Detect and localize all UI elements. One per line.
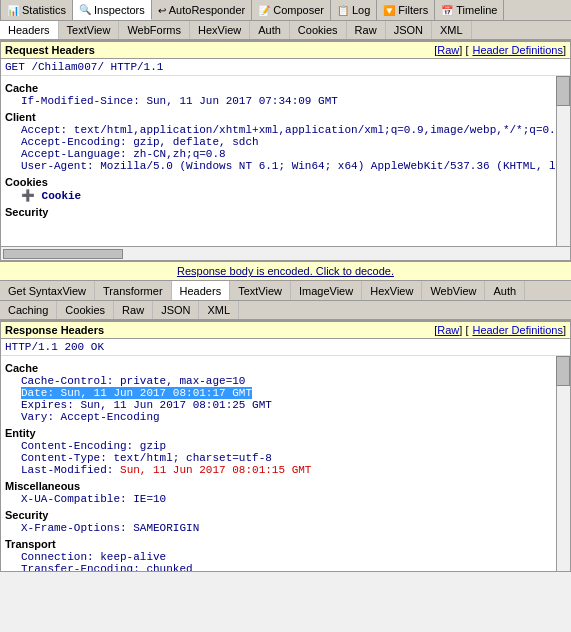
request-hscrollbar[interactable]: [1, 246, 570, 260]
resp-tab-raw[interactable]: Raw: [114, 301, 153, 319]
resp-tab-xml[interactable]: XML: [199, 301, 239, 319]
tab-statistics[interactable]: 📊 Statistics: [0, 0, 73, 20]
response-tab-bar-2: Caching Cookies Raw JSON XML: [0, 301, 571, 321]
accept-encoding-header: Accept-Encoding: gzip, deflate, sdch: [5, 136, 552, 148]
resp-tab-textview[interactable]: TextView: [230, 281, 291, 300]
statistics-icon: 📊: [7, 5, 19, 16]
tab-composer[interactable]: 📝 Composer: [252, 0, 331, 20]
vary-header: Vary: Accept-Encoding: [5, 411, 552, 423]
request-raw-link[interactable]: Raw: [437, 44, 459, 56]
request-section-title: Request Headers: [5, 44, 95, 56]
tab-composer-label: Composer: [273, 4, 324, 16]
tab-cookies[interactable]: Cookies: [290, 21, 347, 39]
cookie-toggle[interactable]: ➕ Cookie: [5, 189, 552, 202]
cache-category: Cache: [5, 82, 552, 94]
transfer-encoding-header: Transfer-Encoding: chunked: [5, 563, 552, 571]
response-section-header: Response Headers [Raw] [Header Definitio…: [1, 322, 570, 339]
resp-security-category: Security: [5, 509, 552, 521]
notification-bar[interactable]: Response body is encoded. Click to decod…: [0, 261, 571, 281]
accept-header: Accept: text/html,application/xhtml+xml,…: [5, 124, 552, 136]
tab-timeline[interactable]: 📅 Timeline: [435, 0, 504, 20]
response-content-area[interactable]: Cache Cache-Control: private, max-age=10…: [1, 356, 570, 571]
last-modified-value: Sun, 11 Jun 2017 08:01:15 GMT: [120, 464, 311, 476]
resp-tab-transformer[interactable]: Transformer: [95, 281, 172, 300]
inspectors-icon: 🔍: [79, 4, 91, 15]
response-scrollbar-thumb[interactable]: [556, 356, 570, 386]
resp-tab-headers[interactable]: Headers: [172, 281, 231, 300]
request-header-defs-link[interactable]: Header Definitions: [472, 44, 563, 56]
tab-inspectors[interactable]: 🔍 Inspectors: [73, 0, 152, 20]
request-scrollbar[interactable]: [556, 76, 570, 246]
expires-header: Expires: Sun, 11 Jun 2017 08:01:25 GMT: [5, 399, 552, 411]
tab-statistics-label: Statistics: [22, 4, 66, 16]
last-modified-header: Last-Modified: Sun, 11 Jun 2017 08:01:15…: [5, 464, 552, 476]
tab-json[interactable]: JSON: [386, 21, 432, 39]
resp-tab-cookies[interactable]: Cookies: [57, 301, 114, 319]
user-agent-header: User-Agent: Mozilla/5.0 (Windows NT 6.1;…: [5, 160, 552, 172]
tab-log-label: Log: [352, 4, 370, 16]
top-tab-bar: 📊 Statistics 🔍 Inspectors ↩ AutoResponde…: [0, 0, 571, 21]
request-header-links: [Raw] [Header Definitions]: [434, 44, 566, 56]
resp-tab-webview[interactable]: WebView: [422, 281, 485, 300]
request-scrollbar-thumb[interactable]: [556, 76, 570, 106]
x-frame-options-header: X-Frame-Options: SAMEORIGIN: [5, 522, 552, 534]
tab-timeline-label: Timeline: [456, 4, 497, 16]
tab-autoresponder-label: AutoResponder: [169, 4, 245, 16]
request-section-header: Request Headers [Raw] [Header Definition…: [1, 42, 570, 59]
resp-tab-json[interactable]: JSON: [153, 301, 199, 319]
response-scrollbar[interactable]: [556, 356, 570, 571]
content-type-header: Content-Type: text/html; charset=utf-8: [5, 452, 552, 464]
resp-tab-hexview[interactable]: HexView: [362, 281, 422, 300]
tab-inspectors-label: Inspectors: [94, 4, 145, 16]
tab-raw[interactable]: Raw: [347, 21, 386, 39]
accept-language-header: Accept-Language: zh-CN,zh;q=0.8: [5, 148, 552, 160]
filters-icon: 🔽: [383, 5, 395, 16]
http-status-line: HTTP/1.1 200 OK: [1, 339, 570, 356]
tab-log[interactable]: 📋 Log: [331, 0, 377, 20]
request-hscrollbar-thumb[interactable]: [3, 249, 123, 259]
response-raw-link[interactable]: Raw: [437, 324, 459, 336]
response-header-defs-link[interactable]: Header Definitions: [472, 324, 563, 336]
x-ua-compatible-header: X-UA-Compatible: IE=10: [5, 493, 552, 505]
response-section-title: Response Headers: [5, 324, 104, 336]
tab-webforms[interactable]: WebForms: [119, 21, 190, 39]
timeline-icon: 📅: [441, 5, 453, 16]
request-headers-panel: Request Headers [Raw] [Header Definition…: [0, 41, 571, 261]
resp-tab-imageview[interactable]: ImageView: [291, 281, 362, 300]
resp-tab-auth[interactable]: Auth: [485, 281, 525, 300]
resp-misc-category: Miscellaneous: [5, 480, 552, 492]
response-header-links: [Raw] [Header Definitions]: [434, 324, 566, 336]
cache-control-header: Cache-Control: private, max-age=10: [5, 375, 552, 387]
request-tab-bar: Headers TextView WebForms HexView Auth C…: [0, 21, 571, 41]
connection-header: Connection: keep-alive: [5, 551, 552, 563]
log-icon: 📋: [337, 5, 349, 16]
autoresponder-icon: ↩: [158, 5, 166, 16]
resp-cache-category: Cache: [5, 362, 552, 374]
tab-autoresponder[interactable]: ↩ AutoResponder: [152, 0, 252, 20]
cookies-category: Cookies: [5, 176, 552, 188]
content-encoding-header: Content-Encoding: gzip: [5, 440, 552, 452]
date-header: Date: Sun, 11 Jun 2017 08:01:17 GMT: [5, 387, 552, 399]
resp-transport-category: Transport: [5, 538, 552, 550]
response-tab-bar-1: Get SyntaxView Transformer Headers TextV…: [0, 281, 571, 301]
composer-icon: 📝: [258, 5, 270, 16]
date-highlighted: Date: Sun, 11 Jun 2017 08:01:17 GMT: [21, 387, 252, 399]
request-content-area[interactable]: Cache If-Modified-Since: Sun, 11 Jun 201…: [1, 76, 570, 246]
response-headers-panel: Response Headers [Raw] [Header Definitio…: [0, 321, 571, 572]
request-line: GET /Chilam007/ HTTP/1.1: [1, 59, 570, 76]
tab-headers[interactable]: Headers: [0, 21, 59, 39]
tab-filters[interactable]: 🔽 Filters: [377, 0, 435, 20]
if-modified-since-header: If-Modified-Since: Sun, 11 Jun 2017 07:3…: [5, 95, 552, 107]
tab-textview[interactable]: TextView: [59, 21, 120, 39]
tab-xml[interactable]: XML: [432, 21, 472, 39]
security-category: Security: [5, 206, 552, 218]
resp-entity-category: Entity: [5, 427, 552, 439]
resp-tab-syntaxview[interactable]: Get SyntaxView: [0, 281, 95, 300]
tab-hexview[interactable]: HexView: [190, 21, 250, 39]
client-category: Client: [5, 111, 552, 123]
resp-tab-caching[interactable]: Caching: [0, 301, 57, 319]
tab-auth[interactable]: Auth: [250, 21, 290, 39]
tab-filters-label: Filters: [398, 4, 428, 16]
